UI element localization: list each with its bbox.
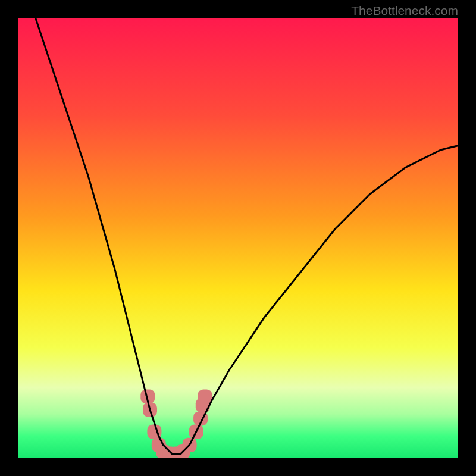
bottleneck-marker [198,389,212,403]
chart-frame: TheBottleneck.com [0,0,476,476]
plot-area [18,18,458,458]
watermark-text: TheBottleneck.com [351,4,458,18]
chart-svg [18,18,458,458]
gradient-background [18,18,458,458]
